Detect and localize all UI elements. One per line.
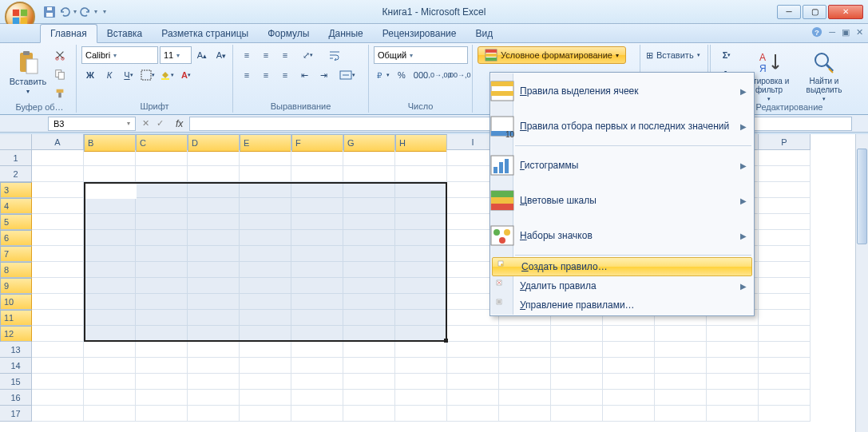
tab-pagelayout[interactable]: Разметка страницы <box>152 25 258 42</box>
tab-view[interactable]: Вид <box>466 25 502 42</box>
col-header-P[interactable]: P <box>759 134 811 150</box>
row-header-16[interactable]: 16 <box>0 390 32 406</box>
fill-color-button[interactable]: ▾ <box>158 66 176 84</box>
align-right[interactable]: ≡ <box>276 66 294 84</box>
row-header-5[interactable]: 5 <box>0 214 32 230</box>
col-header-E[interactable]: E <box>240 134 291 152</box>
menu-item-1[interactable]: 10Правила отбора первых и последних знач… <box>491 109 753 144</box>
row-header-11[interactable]: 11 <box>0 310 32 326</box>
row-header-1[interactable]: 1 <box>0 150 32 166</box>
font-name-select[interactable]: Calibri▾ <box>81 46 158 64</box>
close-workbook[interactable]: ✕ <box>856 27 863 38</box>
row-header-10[interactable]: 10 <box>0 294 32 310</box>
cancel-formula[interactable]: ✕ <box>139 118 152 129</box>
svg-rect-16 <box>57 89 64 93</box>
shrink-font-button[interactable]: A▾ <box>212 46 230 64</box>
menu-item-9[interactable]: Управление правилами… <box>491 295 753 315</box>
col-header-C[interactable]: C <box>136 134 188 152</box>
underline-button[interactable]: Ч ▾ <box>120 66 137 84</box>
row-header-13[interactable]: 13 <box>0 342 32 358</box>
minimize-ribbon[interactable]: ─ <box>829 27 835 37</box>
redo-dropdown[interactable]: ▾ <box>94 8 97 15</box>
align-bottom[interactable]: ≡ <box>276 46 294 64</box>
currency-button[interactable]: ₽▾ <box>374 66 391 84</box>
paste-button[interactable]: Вставить ▾ <box>8 46 48 95</box>
tab-insert[interactable]: Вставка <box>97 25 153 42</box>
increase-decimal[interactable]: ,0→,00 <box>431 66 449 84</box>
orientation-button[interactable]: ⤢▾ <box>295 46 319 64</box>
decrease-decimal[interactable]: ,00→,0 <box>450 66 468 84</box>
copy-button[interactable] <box>51 65 69 83</box>
row-header-3[interactable]: 3 <box>0 182 32 198</box>
svg-text:А: А <box>759 52 766 63</box>
find-select-button[interactable]: Найти и выделить▾ <box>800 46 848 102</box>
col-header-B[interactable]: B <box>84 134 136 152</box>
row-header-17[interactable]: 17 <box>0 406 32 422</box>
menu-item-3[interactable]: Гистограммы▶ <box>491 148 753 183</box>
tab-review[interactable]: Рецензирование <box>373 25 466 42</box>
menu-item-0[interactable]: Правила выделения ячеек▶ <box>491 73 753 109</box>
qat-customize[interactable]: ▾ <box>103 8 106 15</box>
redo-icon[interactable] <box>79 6 92 18</box>
number-format-select[interactable]: Общий▾ <box>374 46 468 64</box>
bold-button[interactable]: Ж <box>81 66 99 84</box>
scrollbar-thumb[interactable] <box>857 149 867 244</box>
align-center[interactable]: ≡ <box>257 66 275 84</box>
restore-workbook[interactable]: ▣ <box>842 27 850 38</box>
fill-handle[interactable] <box>444 339 448 343</box>
col-header-A[interactable]: A <box>32 134 84 150</box>
col-header-F[interactable]: F <box>291 134 343 152</box>
autosum-button[interactable]: Σ▾ <box>715 46 738 64</box>
menu-item-7[interactable]: Создать правило… <box>492 257 752 276</box>
align-top[interactable]: ≡ <box>238 46 256 64</box>
row-header-2[interactable]: 2 <box>0 166 32 182</box>
maximize-button[interactable]: ▢ <box>803 5 826 19</box>
menu-item-4[interactable]: Цветовые шкалы▶ <box>491 183 753 218</box>
row-header-12[interactable]: 12 <box>0 326 32 342</box>
undo-dropdown[interactable]: ▾ <box>73 8 77 15</box>
row-header-6[interactable]: 6 <box>0 230 32 246</box>
col-header-D[interactable]: D <box>188 134 240 152</box>
tab-data[interactable]: Данные <box>319 25 372 42</box>
menu-item-5[interactable]: Наборы значков▶ <box>491 218 753 253</box>
border-button[interactable]: ▾ <box>139 66 157 84</box>
row-header-8[interactable]: 8 <box>0 262 32 278</box>
save-icon[interactable] <box>43 6 56 18</box>
decrease-indent[interactable]: ⇤ <box>295 66 313 84</box>
grow-font-button[interactable]: A▴ <box>193 46 211 64</box>
comma-button[interactable]: 000 <box>412 66 430 84</box>
increase-indent[interactable]: ⇥ <box>315 66 332 84</box>
font-color-button[interactable]: A▾ <box>177 66 195 84</box>
italic-button[interactable]: К <box>101 66 118 84</box>
close-button[interactable]: ✕ <box>828 5 863 19</box>
col-header-G[interactable]: G <box>343 134 395 152</box>
percent-button[interactable]: % <box>393 66 410 84</box>
tab-home[interactable]: Главная <box>40 24 97 43</box>
align-middle[interactable]: ≡ <box>257 46 275 64</box>
name-box[interactable]: B3▾ <box>48 117 136 131</box>
wrap-text-button[interactable] <box>321 46 348 64</box>
cond-format-icon <box>485 49 497 61</box>
font-size-select[interactable]: 11▾ <box>160 46 192 64</box>
row-header-4[interactable]: 4 <box>0 198 32 214</box>
help-icon[interactable]: ? <box>811 26 822 38</box>
enter-formula[interactable]: ✓ <box>153 118 166 129</box>
fx-icon[interactable]: fx <box>176 118 183 129</box>
cut-button[interactable] <box>51 46 69 64</box>
row-header-15[interactable]: 15 <box>0 374 32 390</box>
tab-formulas[interactable]: Формулы <box>258 25 319 42</box>
insert-cells-button[interactable]: ⊞ Вставить ▾ <box>645 46 707 64</box>
undo-icon[interactable] <box>58 6 71 18</box>
row-header-14[interactable]: 14 <box>0 358 32 374</box>
conditional-formatting-button[interactable]: Условное форматирование ▾ <box>478 46 626 64</box>
minimize-button[interactable]: ─ <box>777 5 801 19</box>
align-left[interactable]: ≡ <box>238 66 256 84</box>
col-header-H[interactable]: H <box>395 134 447 152</box>
select-all-corner[interactable] <box>0 134 32 150</box>
row-header-7[interactable]: 7 <box>0 246 32 262</box>
format-painter-button[interactable] <box>51 85 69 102</box>
menu-item-8[interactable]: Удалить правила▶ <box>491 276 753 295</box>
row-header-9[interactable]: 9 <box>0 278 32 294</box>
merge-button[interactable]: ▾ <box>334 66 361 84</box>
vertical-scrollbar[interactable] <box>855 134 868 432</box>
